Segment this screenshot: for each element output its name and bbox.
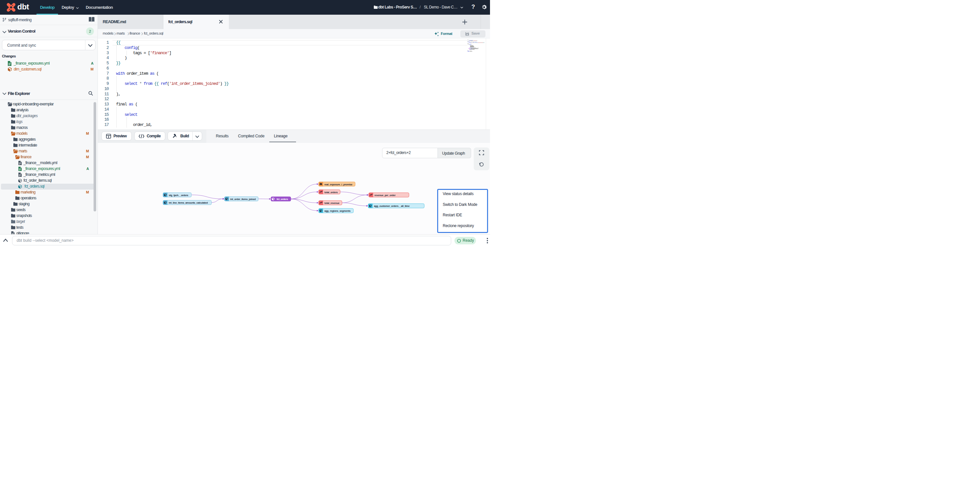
- svg-text:total_revenue: total_revenue: [325, 201, 340, 204]
- svg-text:stg_tpch__orders: stg_tpch__orders: [169, 194, 188, 197]
- svg-text:agg_regions_segments: agg_regions_segments: [325, 209, 350, 212]
- svg-text:fct_orders: fct_orders: [277, 198, 288, 201]
- svg-text:int_order_items_joined: int_order_items_joined: [230, 198, 256, 201]
- svg-text:agg_customer_orders__all_time: agg_customer_orders__all_time: [374, 204, 410, 208]
- svg-text:total_orders: total_orders: [325, 191, 338, 194]
- svg-text:int_line_items_amounts_calcula: int_line_items_amounts_calculated: [169, 201, 208, 204]
- svg-text:revenue_per_order: revenue_per_order: [375, 194, 396, 197]
- svg-text:real_exposure_i_promise: real_exposure_i_promise: [325, 183, 353, 186]
